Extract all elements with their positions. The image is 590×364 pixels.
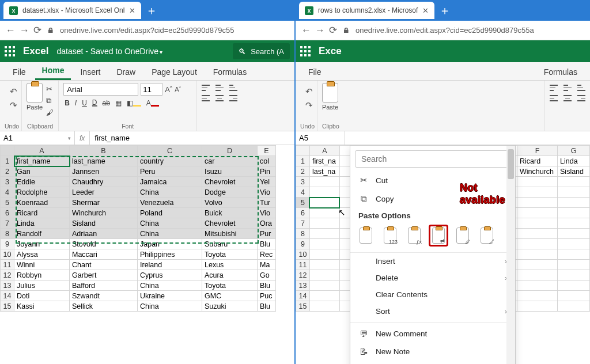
cell[interactable]: car — [202, 156, 258, 166]
ctx-new-comment[interactable]: 💬︎New Comment — [350, 325, 515, 343]
app-launcher-icon[interactable] — [300, 46, 311, 56]
cell[interactable]: Bafford — [70, 280, 138, 291]
align-left-icon[interactable] — [202, 95, 210, 101]
row-header[interactable]: 10 — [296, 249, 310, 260]
cell[interactable]: Gan — [14, 166, 70, 177]
cell[interactable]: Koenraad — [14, 198, 70, 208]
cell[interactable]: Adriaan — [70, 229, 138, 239]
cell[interactable]: Mitsubishi — [202, 229, 258, 239]
align-center-icon[interactable] — [215, 95, 224, 101]
cell[interactable]: Peru — [138, 166, 202, 177]
cell[interactable] — [309, 239, 339, 249]
paste-option-transpose[interactable]: ⇄ — [429, 225, 448, 247]
cell[interactable]: Subaru — [202, 239, 258, 249]
forward-icon[interactable]: → — [315, 25, 323, 36]
cell[interactable]: Chaudhry — [70, 177, 138, 187]
cell[interactable] — [558, 229, 590, 239]
cell[interactable]: Rec — [258, 249, 276, 260]
align-bottom-icon[interactable] — [577, 85, 585, 91]
italic-button[interactable]: I — [75, 99, 77, 107]
cell[interactable]: Philippines — [138, 249, 202, 260]
scrollbar[interactable] — [506, 146, 515, 364]
ctx-new-note[interactable]: 📝︎New Note — [350, 343, 515, 361]
cell[interactable] — [309, 187, 339, 198]
cell[interactable]: Blu — [258, 280, 276, 291]
row-header[interactable]: 15 — [296, 301, 310, 312]
cell[interactable]: Kassi — [14, 301, 70, 312]
cell[interactable] — [309, 291, 339, 301]
cell[interactable] — [517, 301, 558, 312]
cell[interactable]: Alyssa — [14, 249, 70, 260]
cell[interactable]: Yel — [258, 177, 276, 187]
cell[interactable] — [517, 177, 558, 187]
cell[interactable] — [517, 187, 558, 198]
tab-draw[interactable]: Draw — [109, 64, 142, 80]
row-header[interactable]: 2 — [296, 166, 310, 177]
cell[interactable]: Ukraine — [138, 291, 202, 301]
row-header[interactable]: 14 — [296, 291, 310, 301]
row-header[interactable]: 11 — [1, 260, 14, 270]
align-top-icon[interactable] — [550, 85, 558, 91]
cell[interactable] — [517, 270, 558, 280]
strikethrough-button[interactable]: ab — [103, 99, 110, 107]
cell[interactable]: Toyota — [202, 280, 258, 291]
row-header[interactable]: 10 — [1, 249, 14, 260]
cell[interactable]: Poland — [138, 208, 202, 218]
col-header-a[interactable]: A — [14, 146, 70, 156]
close-tab-icon[interactable]: ✕ — [129, 6, 135, 15]
cell[interactable]: Volvo — [202, 198, 258, 208]
align-top-icon[interactable] — [202, 85, 210, 91]
paste-option-values[interactable]: 123 — [380, 225, 400, 247]
fill-color-button[interactable]: ◧ — [127, 99, 141, 107]
cell[interactable]: Robbyn — [14, 270, 70, 280]
cell[interactable]: Go — [258, 270, 276, 280]
col-header-f[interactable]: F — [517, 146, 558, 156]
cell[interactable]: Cyprus — [138, 270, 202, 280]
row-header[interactable]: 5 — [296, 198, 310, 208]
cell[interactable]: Doti — [14, 291, 70, 301]
paste-option-keep-source[interactable] — [356, 225, 376, 247]
align-right-icon[interactable] — [229, 95, 237, 101]
row-header[interactable]: 3 — [296, 177, 310, 187]
row-header[interactable]: 8 — [296, 229, 310, 239]
tab-formulas[interactable]: Formulas — [206, 64, 254, 80]
cell[interactable]: Suzuki — [202, 301, 258, 312]
cell[interactable] — [558, 187, 590, 198]
ctx-insert[interactable]: Insert› — [350, 253, 515, 270]
row-header[interactable]: 4 — [1, 187, 14, 198]
cell[interactable]: Joyann — [14, 239, 70, 249]
url-text[interactable]: onedrive.live.com/edit.aspx?cid=ec25d999… — [60, 26, 234, 35]
cell[interactable]: Japan — [138, 239, 202, 249]
row-header[interactable]: 9 — [1, 239, 14, 249]
cell[interactable]: first_na — [309, 156, 339, 166]
cell[interactable]: Winni — [14, 260, 70, 270]
tab-file[interactable]: File — [6, 64, 33, 80]
cut-icon[interactable]: ✂ — [46, 85, 54, 93]
col-header-e[interactable]: E — [258, 146, 276, 156]
cell[interactable] — [517, 218, 558, 229]
col-header-a[interactable]: A — [309, 146, 339, 156]
cell[interactable] — [309, 260, 339, 270]
decrease-font-icon[interactable]: Aˇ — [175, 86, 181, 93]
cell[interactable]: Vio — [258, 208, 276, 218]
formula-value[interactable]: first_name — [90, 134, 134, 142]
ctx-sort[interactable]: Sort› — [350, 303, 515, 320]
paste-option-formulas[interactable]: ƒx — [404, 225, 424, 247]
cell[interactable]: China — [138, 218, 202, 229]
cell[interactable]: Winchurch — [70, 208, 138, 218]
cell[interactable] — [558, 218, 590, 229]
cell[interactable]: Sellick — [70, 301, 138, 312]
cell[interactable] — [309, 301, 339, 312]
cell[interactable] — [517, 249, 558, 260]
copy-icon[interactable]: ⧉ — [46, 96, 54, 105]
reload-icon[interactable]: ⟳ — [329, 24, 337, 36]
align-left-icon[interactable] — [550, 95, 558, 101]
ctx-delete[interactable]: Delete› — [350, 270, 515, 286]
cell[interactable]: country — [138, 156, 202, 166]
font-color-button[interactable]: A — [146, 99, 159, 107]
format-painter-icon[interactable]: 🖌︎ — [46, 108, 54, 117]
cell[interactable] — [517, 291, 558, 301]
paste-button[interactable]: Paste — [322, 83, 338, 111]
cell[interactable]: Jamaica — [138, 177, 202, 187]
cell[interactable] — [517, 260, 558, 270]
